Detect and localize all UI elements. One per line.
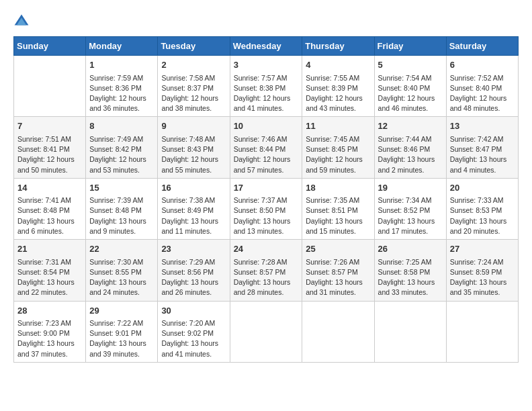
day-header-thursday: Thursday xyxy=(302,37,374,56)
day-number: 14 xyxy=(17,181,82,195)
calendar-cell: 14Sunrise: 7:41 AMSunset: 8:48 PMDayligh… xyxy=(14,178,86,239)
cell-content: Sunrise: 7:24 AMSunset: 8:59 PMDaylight:… xyxy=(450,257,515,298)
calendar-cell: 1Sunrise: 7:59 AMSunset: 8:36 PMDaylight… xyxy=(86,56,158,117)
day-number: 20 xyxy=(450,181,515,195)
cell-content: Sunrise: 7:39 AMSunset: 8:48 PMDaylight:… xyxy=(89,195,154,236)
calendar-cell: 4Sunrise: 7:55 AMSunset: 8:39 PMDaylight… xyxy=(302,56,374,117)
day-number: 19 xyxy=(378,181,443,195)
calendar-cell: 21Sunrise: 7:31 AMSunset: 8:54 PMDayligh… xyxy=(14,240,86,301)
cell-content: Sunrise: 7:44 AMSunset: 8:46 PMDaylight:… xyxy=(378,134,443,175)
cell-content: Sunrise: 7:52 AMSunset: 8:40 PMDaylight:… xyxy=(450,73,515,114)
cell-content: Sunrise: 7:41 AMSunset: 8:48 PMDaylight:… xyxy=(17,195,82,236)
cell-content: Sunrise: 7:57 AMSunset: 8:38 PMDaylight:… xyxy=(234,73,299,114)
cell-content: Sunrise: 7:29 AMSunset: 8:56 PMDaylight:… xyxy=(161,257,226,298)
day-header-wednesday: Wednesday xyxy=(230,37,302,56)
cell-content: Sunrise: 7:31 AMSunset: 8:54 PMDaylight:… xyxy=(17,257,82,298)
calendar-cell: 25Sunrise: 7:26 AMSunset: 8:57 PMDayligh… xyxy=(302,240,374,301)
week-row-5: 28Sunrise: 7:23 AMSunset: 9:00 PMDayligh… xyxy=(14,301,519,362)
day-number: 21 xyxy=(17,242,82,256)
day-number: 16 xyxy=(161,181,226,195)
cell-content: Sunrise: 7:25 AMSunset: 8:58 PMDaylight:… xyxy=(378,257,443,298)
calendar-cell: 27Sunrise: 7:24 AMSunset: 8:59 PMDayligh… xyxy=(446,240,518,301)
calendar-cell: 20Sunrise: 7:33 AMSunset: 8:53 PMDayligh… xyxy=(446,178,518,239)
day-number: 12 xyxy=(378,120,443,133)
cell-content: Sunrise: 7:35 AMSunset: 8:51 PMDaylight:… xyxy=(306,195,370,236)
calendar-cell xyxy=(14,56,86,117)
calendar-cell: 11Sunrise: 7:45 AMSunset: 8:45 PMDayligh… xyxy=(302,117,374,178)
day-number: 2 xyxy=(161,58,226,72)
calendar-cell xyxy=(446,301,518,362)
calendar-cell: 9Sunrise: 7:48 AMSunset: 8:43 PMDaylight… xyxy=(158,117,230,178)
cell-content: Sunrise: 7:48 AMSunset: 8:43 PMDaylight:… xyxy=(161,134,226,175)
week-row-2: 7Sunrise: 7:51 AMSunset: 8:41 PMDaylight… xyxy=(14,117,519,178)
day-number: 11 xyxy=(306,120,370,133)
day-header-friday: Friday xyxy=(374,37,446,56)
day-number: 23 xyxy=(161,242,226,256)
day-header-tuesday: Tuesday xyxy=(158,37,230,56)
day-number: 27 xyxy=(450,242,515,256)
calendar-cell: 28Sunrise: 7:23 AMSunset: 9:00 PMDayligh… xyxy=(14,301,86,362)
cell-content: Sunrise: 7:26 AMSunset: 8:57 PMDaylight:… xyxy=(306,257,370,298)
cell-content: Sunrise: 7:30 AMSunset: 8:55 PMDaylight:… xyxy=(89,257,154,298)
day-number: 13 xyxy=(450,120,515,133)
day-number: 8 xyxy=(89,120,154,133)
calendar-cell: 26Sunrise: 7:25 AMSunset: 8:58 PMDayligh… xyxy=(374,240,446,301)
day-number: 1 xyxy=(89,58,154,72)
cell-content: Sunrise: 7:33 AMSunset: 8:53 PMDaylight:… xyxy=(450,195,515,236)
day-number: 18 xyxy=(306,181,370,195)
cell-content: Sunrise: 7:34 AMSunset: 8:52 PMDaylight:… xyxy=(378,195,443,236)
calendar-cell: 10Sunrise: 7:46 AMSunset: 8:44 PMDayligh… xyxy=(230,117,302,178)
day-number: 30 xyxy=(161,304,226,318)
header xyxy=(13,13,519,30)
calendar-cell: 22Sunrise: 7:30 AMSunset: 8:55 PMDayligh… xyxy=(86,240,158,301)
cell-content: Sunrise: 7:45 AMSunset: 8:45 PMDaylight:… xyxy=(306,134,370,175)
day-header-sunday: Sunday xyxy=(14,37,86,56)
calendar-cell: 6Sunrise: 7:52 AMSunset: 8:40 PMDaylight… xyxy=(446,56,518,117)
calendar-cell: 15Sunrise: 7:39 AMSunset: 8:48 PMDayligh… xyxy=(86,178,158,239)
cell-content: Sunrise: 7:28 AMSunset: 8:57 PMDaylight:… xyxy=(234,257,299,298)
week-row-4: 21Sunrise: 7:31 AMSunset: 8:54 PMDayligh… xyxy=(14,240,519,301)
calendar-cell: 30Sunrise: 7:20 AMSunset: 9:02 PMDayligh… xyxy=(158,301,230,362)
day-number: 4 xyxy=(306,58,370,72)
day-number: 6 xyxy=(450,58,515,72)
day-number: 17 xyxy=(234,181,299,195)
calendar-cell: 12Sunrise: 7:44 AMSunset: 8:46 PMDayligh… xyxy=(374,117,446,178)
day-number: 5 xyxy=(378,58,443,72)
day-number: 7 xyxy=(17,120,82,133)
calendar-cell xyxy=(302,301,374,362)
day-number: 15 xyxy=(89,181,154,195)
cell-content: Sunrise: 7:59 AMSunset: 8:36 PMDaylight:… xyxy=(89,73,154,114)
cell-content: Sunrise: 7:37 AMSunset: 8:50 PMDaylight:… xyxy=(234,195,299,236)
logo xyxy=(13,13,32,30)
calendar-cell: 18Sunrise: 7:35 AMSunset: 8:51 PMDayligh… xyxy=(302,178,374,239)
day-number: 25 xyxy=(306,242,370,256)
cell-content: Sunrise: 7:20 AMSunset: 9:02 PMDaylight:… xyxy=(161,318,226,359)
calendar-cell: 17Sunrise: 7:37 AMSunset: 8:50 PMDayligh… xyxy=(230,178,302,239)
calendar-cell xyxy=(230,301,302,362)
day-number: 3 xyxy=(234,58,299,72)
day-number: 29 xyxy=(89,304,154,318)
cell-content: Sunrise: 7:23 AMSunset: 9:00 PMDaylight:… xyxy=(17,318,82,359)
calendar-cell: 24Sunrise: 7:28 AMSunset: 8:57 PMDayligh… xyxy=(230,240,302,301)
cell-content: Sunrise: 7:49 AMSunset: 8:42 PMDaylight:… xyxy=(89,134,154,175)
cell-content: Sunrise: 7:46 AMSunset: 8:44 PMDaylight:… xyxy=(234,134,299,175)
day-number: 10 xyxy=(234,120,299,133)
calendar-cell: 5Sunrise: 7:54 AMSunset: 8:40 PMDaylight… xyxy=(374,56,446,117)
cell-content: Sunrise: 7:38 AMSunset: 8:49 PMDaylight:… xyxy=(161,195,226,236)
days-header-row: SundayMondayTuesdayWednesdayThursdayFrid… xyxy=(14,37,519,56)
day-header-monday: Monday xyxy=(86,37,158,56)
calendar-table: SundayMondayTuesdayWednesdayThursdayFrid… xyxy=(13,36,519,363)
cell-content: Sunrise: 7:54 AMSunset: 8:40 PMDaylight:… xyxy=(378,73,443,114)
calendar-cell: 13Sunrise: 7:42 AMSunset: 8:47 PMDayligh… xyxy=(446,117,518,178)
calendar-cell: 23Sunrise: 7:29 AMSunset: 8:56 PMDayligh… xyxy=(158,240,230,301)
calendar-cell: 8Sunrise: 7:49 AMSunset: 8:42 PMDaylight… xyxy=(86,117,158,178)
day-number: 24 xyxy=(234,242,299,256)
calendar-cell: 29Sunrise: 7:22 AMSunset: 9:01 PMDayligh… xyxy=(86,301,158,362)
calendar-cell: 3Sunrise: 7:57 AMSunset: 8:38 PMDaylight… xyxy=(230,56,302,117)
cell-content: Sunrise: 7:51 AMSunset: 8:41 PMDaylight:… xyxy=(17,134,82,175)
week-row-3: 14Sunrise: 7:41 AMSunset: 8:48 PMDayligh… xyxy=(14,178,519,239)
cell-content: Sunrise: 7:55 AMSunset: 8:39 PMDaylight:… xyxy=(306,73,370,114)
calendar-cell: 16Sunrise: 7:38 AMSunset: 8:49 PMDayligh… xyxy=(158,178,230,239)
calendar-cell: 19Sunrise: 7:34 AMSunset: 8:52 PMDayligh… xyxy=(374,178,446,239)
day-header-saturday: Saturday xyxy=(446,37,518,56)
